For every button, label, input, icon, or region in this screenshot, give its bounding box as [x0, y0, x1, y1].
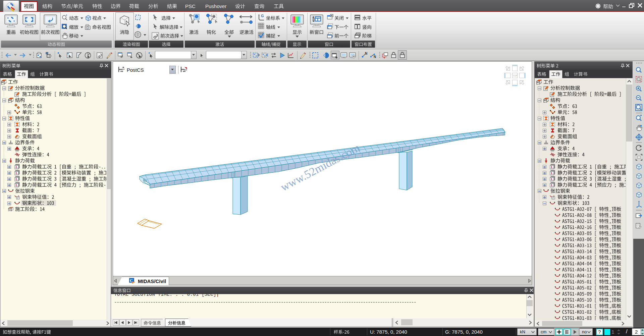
svg-text:L: L — [16, 165, 18, 169]
svg-text:N: N — [374, 55, 376, 59]
svg-text:L: L — [551, 177, 553, 181]
svg-text:L: L — [16, 183, 18, 187]
svg-text:G: G — [261, 14, 264, 18]
svg-text:L: L — [551, 171, 553, 175]
svg-text:N: N — [365, 52, 367, 55]
svg-text:L: L — [551, 165, 553, 169]
svg-text:L: L — [551, 183, 553, 187]
svg-text:L: L — [16, 171, 18, 175]
svg-text:L: L — [16, 177, 18, 181]
